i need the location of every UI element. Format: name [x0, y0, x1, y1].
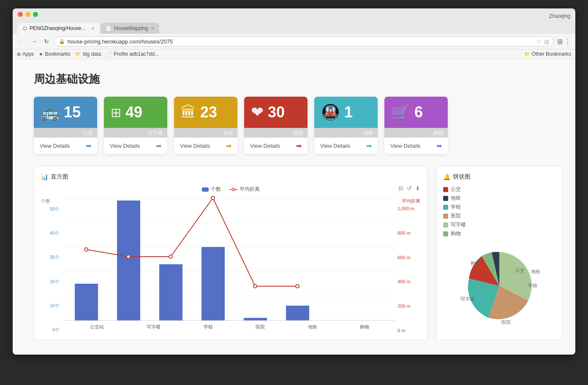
bus-count: 15: [64, 103, 81, 121]
metro-view-details[interactable]: View Details ➡: [314, 138, 378, 154]
tab-housemapping[interactable]: 📄 HouseMapping ✕: [101, 23, 159, 34]
tab-close-1[interactable]: ✕: [91, 26, 95, 31]
x-label-school: 学校: [204, 324, 213, 330]
bookmarks-label: Bookmarks: [45, 51, 70, 57]
url-text: house-pricing.herokuapp.com/houses/2075: [68, 38, 534, 45]
pie-label-gongj: 公交: [515, 268, 525, 273]
chart-download-icon[interactable]: ⬇: [415, 185, 420, 192]
pie-legend-label-bus: 公交: [451, 186, 461, 193]
pie-legend-office: 写字楼: [443, 221, 555, 228]
card-top-hospital: ❤ 30: [244, 97, 308, 128]
bus-view-details[interactable]: View Details ➡: [34, 138, 97, 154]
bookmark-bigdata[interactable]: 📁 big data: [75, 51, 101, 57]
x-axis-labels: 公交站 写字楼 学校 医院 地铁 购物: [64, 324, 395, 330]
pie-legend-label-school: 学校: [451, 203, 461, 211]
close-button[interactable]: [18, 12, 23, 17]
histogram-title: 📊 直方图: [41, 173, 420, 181]
bus-arrow-icon: ➡: [86, 142, 91, 150]
pie-legend-school: 学校: [443, 203, 555, 211]
pie-legend-label-shopping: 购物: [451, 230, 461, 237]
histogram-area: 个数 50个 40个 30个 20个 10个 0个: [41, 198, 420, 333]
bookmark-star-icon[interactable]: ☆: [536, 38, 542, 45]
y-left-50: 50个: [50, 206, 60, 212]
y-right-800: 800 m: [397, 230, 411, 236]
pie-legend-label-hospital: 医院: [451, 212, 461, 220]
dot-office: [127, 255, 130, 258]
bar-hospital: [201, 247, 225, 320]
pie-label-xiezilou: 写字楼: [460, 296, 474, 301]
bus-icon: 🚌: [41, 103, 60, 121]
star-bookmark-icon: ★: [39, 52, 43, 57]
pie-label-ditie: 地铁: [531, 269, 540, 274]
school-label: 学校: [223, 130, 233, 136]
legend-distance-text: 平均距离: [240, 186, 260, 193]
y-right-0: 0 m: [397, 328, 405, 333]
metro-arrow-icon: ➡: [366, 142, 372, 150]
histogram-legend: 个数 平均距离 ⊟ ↺ ⬇: [41, 186, 420, 193]
browser-user: Zhaoqing: [549, 13, 570, 19]
shopping-view-details[interactable]: View Details ➡: [384, 138, 448, 154]
shopping-arrow-icon: ➡: [436, 142, 442, 150]
histogram-svg: [64, 198, 395, 320]
extensions-icon[interactable]: ⊞: [557, 38, 563, 46]
chart-refresh-icon[interactable]: ↺: [407, 185, 412, 192]
other-bookmarks-label: Other Bookmarks: [532, 51, 571, 57]
metro-view-details-text: View Details: [320, 143, 350, 149]
hospital-label: 医院: [293, 130, 303, 136]
minimize-button[interactable]: [25, 12, 30, 17]
pie-chart-title: 🔔 饼状图: [443, 173, 555, 181]
chart-save-icon[interactable]: ⊟: [398, 185, 403, 192]
pie-legend-box-bus: [443, 187, 448, 192]
bus-label: 公交: [83, 130, 93, 136]
bar-bus: [75, 284, 98, 320]
hospital-view-details[interactable]: View Details ➡: [244, 138, 308, 154]
maximize-button[interactable]: [33, 12, 38, 17]
reload-button[interactable]: ↻: [42, 37, 51, 46]
x-label-metro: 地铁: [308, 324, 317, 330]
card-top-school: 🏛 23: [174, 97, 237, 128]
shopping-icon: 🛒: [391, 103, 410, 121]
office-view-details-text: View Details: [110, 143, 140, 149]
github-icon: ⬡: [23, 26, 27, 31]
metro-icon: 🚇: [321, 103, 340, 121]
pie-title-text: 饼状图: [453, 173, 471, 181]
profile-label: Profile adb1ac7dd...: [114, 51, 159, 57]
card-top-bus: 🚌 15: [34, 97, 97, 128]
pie-svg-container: 公交 地铁 学校 医院 写字楼 购物: [443, 241, 555, 326]
x-label-shopping: 购物: [360, 324, 369, 330]
hospital-arrow-icon: ➡: [296, 142, 302, 150]
dot-metro: [253, 285, 257, 288]
y-left-20: 20个: [50, 279, 60, 285]
page-title: 周边基础设施: [34, 72, 563, 87]
school-view-details[interactable]: View Details ➡: [174, 138, 237, 154]
bookmark-bookmarks[interactable]: ★ Bookmarks: [39, 51, 70, 57]
pie-label-gouwu: 购物: [471, 260, 480, 266]
bar-metro: [244, 318, 267, 320]
doc-icon: 📄: [106, 52, 112, 57]
stat-card-bus: 🚌 15 公交 View Details ➡: [34, 97, 97, 154]
legend-distance-item: 平均距离: [229, 186, 260, 193]
chart-actions: ⊟ ↺ ⬇: [398, 185, 420, 192]
pie-legend-box-shopping: [443, 231, 448, 236]
address-bar[interactable]: 🔒 house-pricing.herokuapp.com/houses/207…: [54, 36, 554, 46]
bookmark-apps[interactable]: ⊞ Apps: [17, 51, 34, 57]
forward-button[interactable]: →: [30, 37, 39, 46]
pie-title-icon: 🔔: [443, 174, 450, 180]
reader-icon[interactable]: ▤: [544, 38, 549, 45]
pie-legend-hospital: 医院: [443, 212, 555, 220]
pie-legend-box-office: [443, 222, 448, 228]
office-view-details[interactable]: View Details ➡: [104, 138, 167, 154]
bookmark-profile[interactable]: 📄 Profile adb1ac7dd...: [106, 51, 159, 57]
back-button[interactable]: ←: [17, 37, 26, 46]
tab-doc-icon: 📄: [106, 26, 112, 31]
other-bookmarks[interactable]: 📁 Other Bookmarks: [524, 51, 571, 57]
tab-close-2[interactable]: ✕: [151, 26, 154, 31]
pie-legend-shopping: 购物: [443, 230, 555, 237]
shopping-count: 6: [414, 103, 423, 121]
pie-legend-metro: 地铁: [443, 195, 555, 202]
menu-icon[interactable]: ⋮: [564, 38, 571, 46]
pie-legend-box-metro: [443, 196, 448, 201]
school-arrow-icon: ➡: [226, 142, 231, 150]
tab-houseprice[interactable]: ⬡ PENGZhaoqing/HousePricing ✕: [18, 23, 100, 34]
hospital-count: 30: [268, 103, 285, 121]
